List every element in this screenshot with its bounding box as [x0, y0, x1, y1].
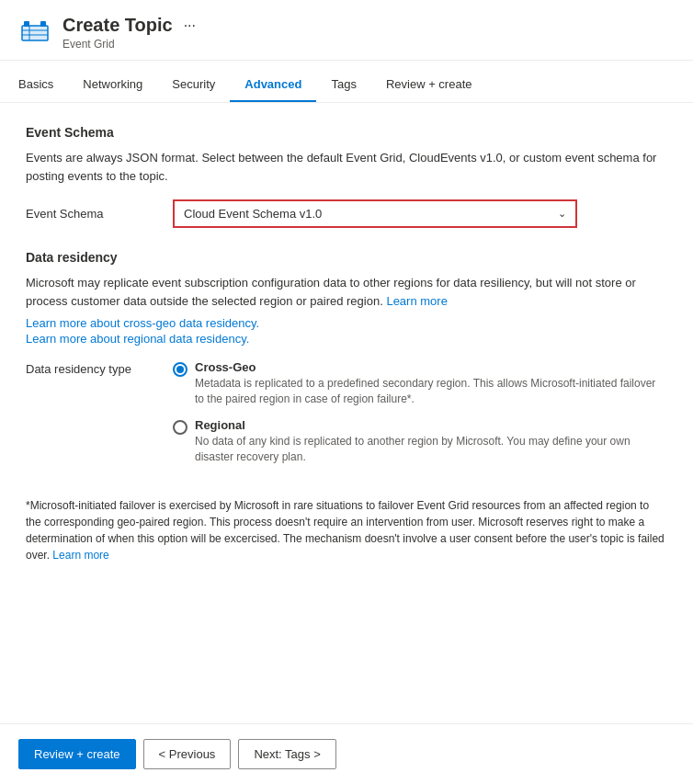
event-schema-value: Cloud Event Schema v1.0 — [184, 207, 322, 221]
next-button[interactable]: Next: Tags > — [238, 739, 335, 769]
header-text: Create Topic ··· Event Grid — [62, 15, 199, 51]
event-schema-label: Event Schema — [26, 207, 173, 221]
event-schema-select[interactable]: Cloud Event Schema v1.0 ⌄ — [173, 199, 577, 228]
review-create-button[interactable]: Review + create — [18, 739, 136, 769]
tab-advanced[interactable]: Advanced — [230, 68, 316, 102]
regional-link[interactable]: Learn more about regional data residency… — [26, 332, 667, 346]
radio-cross-geo-label-block: Cross-Geo Metadata is replicated to a pr… — [195, 360, 667, 407]
footer-note: *Microsoft-initiated failover is exercis… — [26, 494, 667, 563]
tab-tags[interactable]: Tags — [316, 68, 370, 102]
radio-row: Data residency type Cross-Geo Metadata i… — [26, 360, 667, 475]
cross-geo-link[interactable]: Learn more about cross-geo data residenc… — [26, 316, 667, 330]
data-residency-description: Microsoft may replicate event subscripti… — [26, 274, 667, 311]
radio-regional-input[interactable] — [173, 420, 187, 435]
radio-options: Cross-Geo Metadata is replicated to a pr… — [173, 360, 667, 475]
bottom-bar: Review + create < Previous Next: Tags > — [0, 723, 693, 784]
regional-title: Regional — [195, 418, 667, 432]
tab-networking[interactable]: Networking — [68, 68, 157, 102]
page-header: Create Topic ··· Event Grid — [0, 0, 693, 61]
event-schema-field-row: Event Schema Cloud Event Schema v1.0 ⌄ — [26, 199, 667, 228]
page-subtitle: Event Grid — [62, 38, 199, 51]
page-title: Create Topic ··· — [62, 15, 199, 36]
data-residency-type-label: Data residency type — [26, 360, 173, 475]
ellipsis-button[interactable]: ··· — [180, 16, 199, 36]
learn-more-residency-link[interactable]: Learn more — [386, 294, 447, 308]
previous-button[interactable]: < Previous — [143, 739, 232, 769]
event-grid-icon — [18, 17, 51, 50]
event-schema-section-title: Event Schema — [26, 125, 667, 140]
radio-regional-label-block: Regional No data of any kind is replicat… — [195, 418, 667, 465]
tab-security[interactable]: Security — [157, 68, 230, 102]
radio-cross-geo[interactable]: Cross-Geo Metadata is replicated to a pr… — [173, 360, 667, 407]
event-schema-select-wrapper: Cloud Event Schema v1.0 ⌄ — [173, 199, 577, 228]
chevron-down-icon: ⌄ — [558, 208, 566, 220]
tab-bar: Basics Networking Security Advanced Tags… — [0, 68, 693, 103]
radio-cross-geo-input[interactable] — [173, 362, 187, 377]
tab-review-create[interactable]: Review + create — [371, 68, 487, 102]
title-text: Create Topic — [62, 15, 173, 36]
radio-regional-circle[interactable] — [173, 420, 187, 435]
radio-regional[interactable]: Regional No data of any kind is replicat… — [173, 418, 667, 465]
event-schema-description: Events are always JSON format. Select be… — [26, 149, 667, 185]
radio-cross-geo-circle[interactable] — [173, 362, 187, 377]
regional-desc: No data of any kind is replicated to ano… — [195, 434, 667, 465]
radio-group: Data residency type Cross-Geo Metadata i… — [26, 360, 667, 475]
cross-geo-desc: Metadata is replicated to a predefined s… — [195, 376, 667, 407]
svg-rect-0 — [22, 26, 48, 40]
tab-basics[interactable]: Basics — [18, 68, 68, 102]
main-content: Event Schema Events are always JSON form… — [0, 103, 693, 723]
data-residency-title: Data residency — [26, 250, 667, 265]
data-residency-section: Data residency Microsoft may replicate e… — [26, 250, 667, 475]
cross-geo-title: Cross-Geo — [195, 360, 667, 374]
footer-learn-more-link[interactable]: Learn more — [52, 549, 108, 562]
